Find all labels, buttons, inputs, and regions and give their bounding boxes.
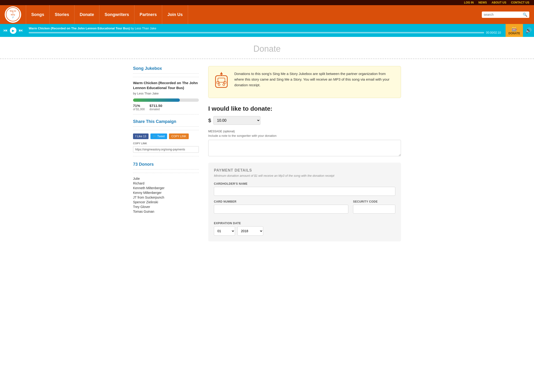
card-number-col: CARD NUMBER bbox=[214, 200, 348, 214]
message-label-text: MESSAGE bbox=[208, 130, 222, 133]
expiry-year-select[interactable]: 201820192020 202120222023 bbox=[237, 226, 263, 236]
nav-partners[interactable]: Partners bbox=[134, 5, 162, 24]
progress-section: 71% of $1,000 $711.50 donated bbox=[133, 98, 199, 111]
tw-icon: 🐦 bbox=[153, 135, 156, 138]
expiry-month-select[interactable]: 010203 040506 070809 101112 bbox=[214, 226, 235, 236]
nav-join[interactable]: Join Us bbox=[162, 5, 188, 24]
copy-link-button[interactable]: COPY LINK bbox=[169, 134, 189, 139]
contact-link[interactable]: CONTACT US bbox=[511, 1, 529, 4]
message-textarea[interactable] bbox=[208, 140, 401, 156]
page-title: Donate bbox=[0, 44, 534, 54]
player-song-title: Warm Chicken (Recorded on The John Lenno… bbox=[29, 27, 501, 30]
facebook-button[interactable]: f Like 13 bbox=[133, 134, 149, 139]
login-link[interactable]: LOG IN bbox=[464, 1, 473, 4]
time-display: 00:00/02:10 bbox=[486, 31, 501, 34]
expiry-row: 010203 040506 070809 101112 201820192020… bbox=[214, 226, 395, 236]
search-input[interactable] bbox=[484, 13, 521, 16]
card-number-input[interactable] bbox=[214, 205, 348, 214]
payment-subtitle: Minimum donation amount of $1 will recei… bbox=[214, 174, 395, 177]
security-code-label: SECURITY CODE bbox=[353, 200, 395, 203]
about-link[interactable]: ABOUT US bbox=[492, 1, 506, 4]
player-bar: ⏮ ▶ ⏭ Warm Chicken (Recorded on The John… bbox=[0, 24, 534, 37]
twitter-button[interactable]: 🐦 Tweet bbox=[150, 134, 167, 139]
progress-row: 00:00/02:10 bbox=[29, 31, 501, 34]
copy-link-label: COPY LINK bbox=[133, 142, 199, 145]
logo[interactable]: Sing me a Story ♪ bbox=[5, 6, 21, 23]
player-title-text: Warm Chicken (Recorded on The John Lenno… bbox=[29, 27, 130, 30]
fast-forward-button[interactable]: ⏭ bbox=[18, 28, 24, 33]
stat-pct-num: 71% bbox=[133, 104, 145, 108]
page-title-section: Donate bbox=[0, 37, 534, 59]
svg-text:a: a bbox=[12, 12, 13, 14]
player-donate-button[interactable]: 🎰 DONATE bbox=[506, 24, 523, 37]
nav-songs[interactable]: Songs bbox=[26, 5, 50, 24]
expiration-label: EXPIRATION DATE bbox=[214, 222, 395, 225]
svg-point-8 bbox=[223, 84, 225, 86]
payment-section: PAYMENT DETAILS Minimum donation amount … bbox=[208, 163, 401, 241]
top-bar: LOG IN NEWS ABOUT US CONTACT US bbox=[0, 0, 534, 5]
sidebar-song-title: Warm Chicken (Recorded on The John Lenno… bbox=[133, 80, 199, 90]
share-buttons: f Like 13 🐦 Tweet COPY LINK bbox=[133, 134, 199, 139]
search-icon[interactable]: 🔍 bbox=[523, 12, 527, 17]
message-optional: (optional) bbox=[223, 130, 235, 133]
list-item: JT from Suckerpunch bbox=[133, 195, 199, 200]
list-item: Kenny Miltenberger bbox=[133, 190, 199, 195]
sidebar-song-artist: by Less Than Jake bbox=[133, 92, 199, 95]
fb-label: Like 13 bbox=[137, 135, 146, 138]
list-item: Spencer Zielinski bbox=[133, 200, 199, 205]
main-container: Song Jukebox Warm Chicken (Recorded on T… bbox=[126, 66, 408, 251]
news-link[interactable]: NEWS bbox=[478, 1, 487, 4]
svg-point-7 bbox=[218, 84, 220, 86]
amount-row: $ 5.00 10.00 25.00 50.00 100.00 bbox=[208, 116, 401, 125]
share-title: Share This Campaign bbox=[133, 119, 199, 127]
stat-amount-label: donated bbox=[150, 108, 162, 111]
nav-bar: Sing me a Story ♪ Songs Stories Donate S… bbox=[0, 5, 534, 24]
stat-pct-label: of $1,000 bbox=[133, 108, 145, 111]
donate-heading: I would like to donate: bbox=[208, 105, 401, 112]
play-button[interactable]: ▶ bbox=[10, 27, 16, 34]
svg-text:Sing me: Sing me bbox=[10, 10, 16, 12]
security-code-col: SECURITY CODE bbox=[353, 200, 395, 214]
share-section: Share This Campaign f Like 13 🐦 Tweet CO… bbox=[133, 119, 199, 153]
nav-songwriters[interactable]: Songwriters bbox=[99, 5, 134, 24]
jukebox-title: Song Jukebox bbox=[133, 66, 199, 74]
donors-list: Julie Richard Kenneth Miltenberger Kenny… bbox=[133, 176, 199, 214]
sidebar-progress-fill bbox=[133, 98, 180, 102]
stat-amount: $711.50 donated bbox=[150, 104, 162, 111]
jukebox-icon-small: 🎰 bbox=[511, 26, 517, 32]
donors-section: 73 Donors Julie Richard Kenneth Miltenbe… bbox=[133, 162, 199, 214]
info-box-text: Donations to this song's Sing Me a Story… bbox=[234, 71, 396, 88]
list-item: Trey Glover bbox=[133, 205, 199, 209]
player-donate-label: DONATE bbox=[508, 32, 520, 35]
player-controls: ⏮ ▶ ⏭ bbox=[2, 27, 24, 34]
progress-track[interactable] bbox=[29, 32, 484, 33]
sidebar: Song Jukebox Warm Chicken (Recorded on T… bbox=[133, 66, 199, 241]
jukebox-icon bbox=[213, 71, 230, 93]
nav-search[interactable]: 🔍 bbox=[482, 12, 529, 18]
security-code-input[interactable] bbox=[353, 205, 395, 214]
payment-title: PAYMENT DETAILS bbox=[214, 168, 395, 173]
cardholder-label: CARDHOLDER'S NAME bbox=[214, 182, 395, 185]
copy-link-input[interactable] bbox=[133, 146, 199, 153]
amount-select[interactable]: 5.00 10.00 25.00 50.00 100.00 bbox=[213, 116, 260, 125]
nav-donate[interactable]: Donate bbox=[75, 5, 99, 24]
message-label: MESSAGE (optional) bbox=[208, 130, 401, 133]
list-item: Kenneth Miltenberger bbox=[133, 186, 199, 190]
message-sublabel: Include a note to the songwriter with yo… bbox=[208, 134, 401, 137]
dollar-sign: $ bbox=[208, 117, 211, 124]
volume-button[interactable]: 🔊 bbox=[525, 28, 532, 34]
svg-text:♪: ♪ bbox=[12, 15, 14, 19]
player-artist-text: by Less Than Jake bbox=[131, 27, 156, 30]
donors-title: 73 Donors bbox=[133, 162, 199, 169]
nav-stories[interactable]: Stories bbox=[50, 5, 75, 24]
info-box: Donations to this song's Sing Me a Story… bbox=[208, 66, 401, 98]
list-item: Julie bbox=[133, 176, 199, 181]
nav-links: Songs Stories Donate Songwriters Partner… bbox=[26, 5, 482, 24]
stat-amount-num: $711.50 bbox=[150, 104, 162, 108]
rewind-button[interactable]: ⏮ bbox=[2, 28, 9, 33]
cardholder-input[interactable] bbox=[214, 187, 395, 196]
stat-pct: 71% of $1,000 bbox=[133, 104, 145, 111]
player-song-info: Warm Chicken (Recorded on The John Lenno… bbox=[26, 27, 503, 34]
list-item: Tomas Guinan bbox=[133, 209, 199, 214]
fb-icon: f bbox=[135, 135, 136, 138]
